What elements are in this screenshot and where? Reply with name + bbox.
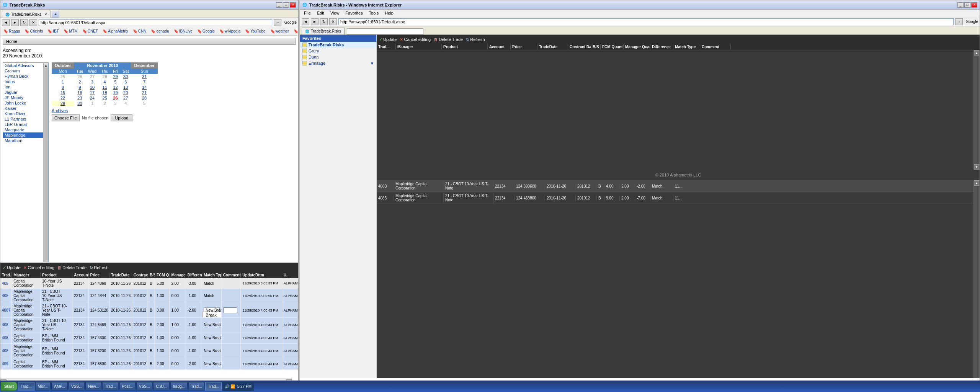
cal-day[interactable]: 3 (111, 101, 120, 106)
taskbar-btn-8[interactable]: VSS... (136, 382, 152, 390)
bookmark-raaga[interactable]: 🔖Raaga (2, 29, 21, 34)
cal-day[interactable]: 27 (86, 74, 99, 79)
cal-day-today[interactable]: 29 (52, 101, 74, 106)
taskbar-btn-4[interactable]: VSS... (69, 382, 85, 390)
sidebar-item-graham[interactable]: Graham (3, 68, 48, 74)
cal-day[interactable]: 10 (86, 85, 99, 90)
sidebar-item-indus[interactable]: Indus (3, 79, 48, 84)
menu-tools[interactable]: Tools (367, 10, 381, 16)
bookmark-cricinfo[interactable]: 🔖Cricinfo (23, 29, 44, 34)
menu-view[interactable]: View (328, 10, 342, 16)
bookmark-cnet[interactable]: 🔖CNET (81, 29, 100, 34)
sidebar-item-global-advisors[interactable]: Global Advisors (3, 63, 48, 68)
cal-day[interactable]: 21 (131, 90, 157, 95)
bookmark-wikipedia[interactable]: 🔖wikipedia (218, 29, 242, 34)
cal-day[interactable]: 22 (52, 95, 74, 101)
delete-trade-button[interactable]: 🗑 Delete Trade (57, 265, 87, 270)
menu-favorites[interactable]: Favorites (343, 10, 365, 16)
cal-day[interactable]: 26 (74, 74, 86, 79)
cal-day[interactable]: 27 (120, 95, 131, 101)
favorite-item-dunn[interactable]: ⭐ Dunn (300, 54, 376, 60)
cal-day[interactable]: 5 (131, 101, 157, 106)
left-tab-1[interactable]: 🌐 TradeBreak.Risks ✕ (2, 11, 51, 18)
cell-comment[interactable] (222, 303, 241, 317)
cal-day[interactable]: 20 (120, 90, 131, 95)
right-cancel-button[interactable]: ✕ Cancel editing (400, 37, 431, 42)
cal-day[interactable]: 1 (86, 101, 99, 106)
right-scroll-up[interactable]: ▲ (974, 50, 979, 56)
right-grid-body[interactable]: ▲ ▼ (377, 50, 980, 170)
cal-day[interactable]: 4 (120, 101, 131, 106)
right-delete-button[interactable]: 🗑 Delete Trade (434, 37, 463, 42)
cal-day[interactable]: 9 (74, 85, 86, 90)
cal-day[interactable]: 19 (111, 90, 120, 95)
taskbar-btn-12[interactable]: Trad... (205, 382, 222, 390)
cell-match[interactable]: New Break Break Match New Break (202, 303, 222, 317)
update-button[interactable]: ✓ Update (3, 265, 20, 270)
right-refresh-button[interactable]: ↻ (320, 18, 328, 25)
menu-help[interactable]: Help (382, 10, 396, 16)
sidebar-item-ion[interactable]: Ion (3, 84, 48, 90)
right-area-scroll-up[interactable]: ▲ (974, 180, 979, 186)
dropdown-item-break[interactable]: Break (203, 312, 222, 317)
right-close-button[interactable]: ✕ (971, 2, 977, 8)
right-go-button[interactable]: → (955, 18, 963, 25)
right-forward-button[interactable]: ► (311, 18, 318, 25)
right-address-input[interactable] (338, 18, 954, 25)
sidebar-item-krom-river[interactable]: Krom River (3, 111, 48, 116)
cal-day[interactable]: 15 (52, 90, 74, 95)
sidebar-item-mapleridge[interactable]: Mapleridge (3, 132, 48, 138)
right-minimize-button[interactable]: _ (957, 2, 964, 8)
right-back-button[interactable]: ◄ (302, 18, 309, 25)
cal-day[interactable]: 30 (120, 74, 131, 79)
sidebar-item-jaguar[interactable]: Jaguar (3, 90, 48, 95)
scroll-up-button[interactable]: ▲ (43, 63, 49, 68)
cal-day[interactable]: 5 (111, 79, 120, 85)
tab-close-icon[interactable]: ✕ (44, 13, 47, 16)
cal-day[interactable]: 28 (99, 74, 111, 79)
right-scroll-down[interactable]: ▼ (974, 164, 979, 170)
cal-day[interactable]: 28 (131, 95, 157, 101)
comment-input[interactable] (223, 307, 237, 313)
cal-day[interactable]: 13 (120, 85, 131, 90)
home-button[interactable]: Home (3, 38, 296, 45)
favorite-item-tradebreak[interactable]: ⭐ TradeBreak.Risks (300, 42, 376, 48)
sidebar-item-hyman-beck[interactable]: Hyman Beck (3, 74, 48, 79)
sidebar-item-lbr-granat[interactable]: LBR Granat (3, 122, 48, 127)
bookmark-alphametrix[interactable]: 🔖AlphaMetrix (101, 29, 130, 34)
right-search-input[interactable] (347, 28, 423, 34)
cal-day[interactable]: 31 (131, 74, 157, 79)
left-new-tab[interactable]: + (52, 11, 59, 18)
close-button[interactable]: ✕ (290, 2, 296, 8)
bookmark-chanakyam[interactable]: 🔖Chanakyam (292, 29, 298, 34)
bookmark-cnn[interactable]: 🔖CNN (131, 29, 148, 34)
cal-day[interactable]: 12 (111, 85, 120, 90)
cal-day[interactable]: 24 (86, 95, 99, 101)
refresh-nav-button[interactable]: ↻ (20, 19, 28, 26)
bookmark-ibt[interactable]: 🔖IBT (46, 29, 60, 34)
cal-day[interactable]: 2 (99, 101, 111, 106)
bookmark-weather[interactable]: 🔖weather (269, 29, 291, 34)
refresh-button[interactable]: ↻ Refresh (90, 265, 109, 270)
cal-day[interactable]: 8 (52, 85, 74, 90)
taskbar-btn-2[interactable]: Micr... (35, 382, 51, 390)
right-grid-vscroll[interactable]: ▲ ▼ (973, 50, 980, 170)
archives-link[interactable]: Archives (52, 108, 68, 113)
cal-day[interactable]: 25 (99, 95, 111, 101)
taskbar-btn-3[interactable]: AMP... (51, 382, 68, 390)
start-button[interactable]: Start (1, 382, 17, 391)
sidebar-item-macquarie[interactable]: Macquarie (3, 127, 48, 132)
cal-day[interactable]: 17 (86, 90, 99, 95)
right-refresh-button[interactable]: ↻ Refresh (466, 37, 485, 42)
minimize-button[interactable]: _ (276, 2, 282, 8)
taskbar-btn-10[interactable]: tradg... (170, 382, 188, 390)
taskbar-btn-1[interactable]: Trad... (18, 382, 34, 390)
right-area-vscroll[interactable]: ▲ (973, 180, 980, 378)
cal-day[interactable]: 1 (52, 79, 74, 85)
cal-day[interactable]: 7 (131, 79, 157, 85)
taskbar-btn-6[interactable]: Trad... (102, 382, 119, 390)
menu-file[interactable]: File (302, 10, 313, 16)
favorite-item-grury[interactable]: ⭐ Grury (300, 48, 376, 54)
cal-day[interactable]: 6 (120, 79, 131, 85)
go-button[interactable]: → (274, 19, 281, 26)
